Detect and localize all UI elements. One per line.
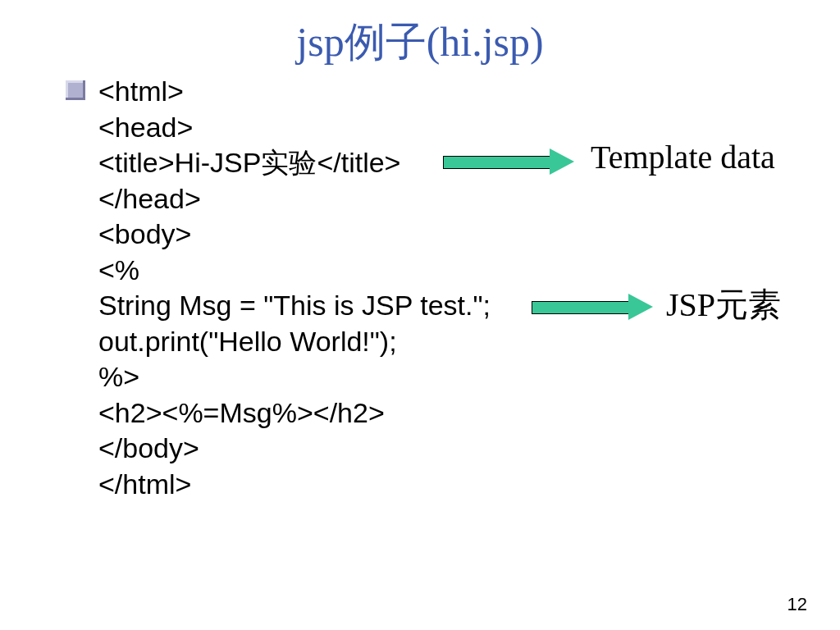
code-line: <html> bbox=[98, 75, 184, 107]
code-line: %> bbox=[98, 361, 139, 392]
code-line: </html> bbox=[98, 468, 191, 500]
code-line: String Msg = "This is JSP test."; bbox=[98, 290, 491, 321]
code-line: </head> bbox=[98, 183, 201, 214]
code-line: <body> bbox=[98, 218, 191, 249]
arrow-jsp-element bbox=[532, 294, 663, 319]
code-line: <title>Hi-JSP实验</title> bbox=[98, 147, 400, 178]
label-jsp-element: JSP元素 bbox=[666, 282, 781, 327]
code-line: </body> bbox=[98, 432, 199, 463]
code-line: <head> bbox=[98, 112, 193, 143]
arrow-template-data bbox=[443, 149, 591, 174]
label-template-data: Template data bbox=[591, 138, 775, 176]
bullet-icon bbox=[66, 80, 85, 100]
code-block: <html> <head> <title>Hi-JSP实验</title> </… bbox=[98, 74, 491, 502]
slide: jsp例子(hi.jsp) <html> <head> <title>Hi-JS… bbox=[0, 0, 840, 630]
code-line: <h2><%=Msg%></h2> bbox=[98, 397, 385, 428]
code-line: out.print("Hello World!"); bbox=[98, 326, 397, 357]
code-line: <% bbox=[98, 254, 139, 285]
slide-title: jsp例子(hi.jsp) bbox=[0, 15, 840, 70]
page-number: 12 bbox=[788, 594, 807, 615]
